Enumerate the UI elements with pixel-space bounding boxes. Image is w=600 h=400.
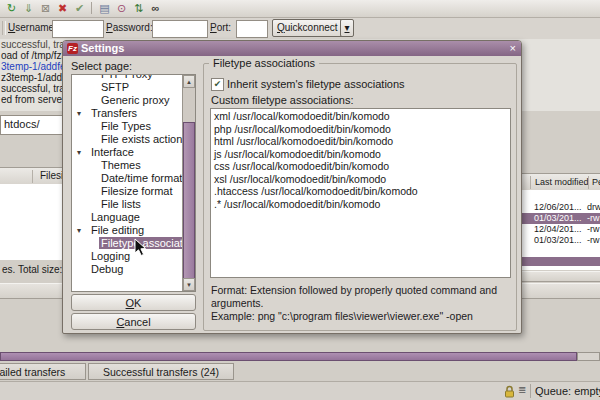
tree-item-sftp[interactable]: SFTP [99,81,131,94]
inherit-checkbox-label: Inherit system's filetype associations [227,78,405,90]
sync-browsing-icon[interactable]: ⇅ [131,1,146,15]
association-line: xsl /usr/local/komodoedit/bin/komodo [214,173,507,186]
tree-item-themes[interactable]: Themes [99,159,143,172]
association-line: .* /usr/local/komodoedit/bin/komodo [214,198,507,211]
toolbar-separator [91,2,92,14]
expander-arrow-icon[interactable]: ▾ [77,224,81,237]
custom-associations-textarea[interactable]: xml /usr/local/komodoedit/bin/komodo php… [210,108,511,278]
expander-arrow-icon[interactable]: ▾ [77,107,81,120]
main-toolbar: ↻ ⇓ ⊠ ✖ ✔ ▤ ⊙ ⇅ ∞ [0,0,600,18]
association-line: xml /usr/local/komodoedit/bin/komodo [214,110,507,123]
tree-item-file-types[interactable]: File Types [99,120,153,133]
mouse-cursor [134,238,147,259]
gripper [2,21,6,35]
tree-item-logging[interactable]: Logging [89,250,132,263]
settings-page-tree[interactable]: FTP Proxy SFTP Generic proxy ▾ Transfers… [71,74,196,292]
ok-button[interactable]: OK [71,294,196,311]
column-divider[interactable] [32,170,33,183]
tree-item-file-editing[interactable]: File editing [89,224,146,237]
cell-permissions: -rw [587,235,600,245]
cell-last-modified: 01/03/201... [534,213,582,223]
association-line: .htaccess /usr/local/komodoedit/bin/komo… [214,185,507,198]
filter-icon[interactable]: ▤ [97,1,112,15]
compare-icon[interactable]: ⊙ [114,1,129,15]
column-divider[interactable] [530,176,531,189]
association-line: html /usr/local/komodoedit/bin/komodo [214,135,507,148]
association-line: php /usr/local/komodoedit/bin/komodo [214,123,507,136]
dialog-title-bar[interactable]: Fz Settings × [63,41,521,56]
tree-scrollbar[interactable]: ▲ ▼ [182,75,195,291]
tree-scrollbar-thumb[interactable] [183,122,195,279]
find-icon[interactable]: ∞ [148,1,163,15]
cell-permissions: drw [587,202,600,212]
quickconnect-bar: Username: Password: Port: Quickconnect ▾ [0,18,600,40]
lock-icon [504,385,515,400]
tree-item-generic-proxy[interactable]: Generic proxy [99,94,171,107]
password-input[interactable] [152,20,208,38]
scroll-up-icon[interactable]: ▲ [183,75,195,88]
cell-permissions: -rw [587,224,600,234]
close-icon[interactable]: × [510,42,516,55]
queue-status-text: Queue: empty [535,385,600,397]
last-modified-column-header[interactable]: Last modified [535,177,589,187]
port-label: Port: [210,22,231,33]
disconnect-icon[interactable]: ✖ [55,1,70,15]
tree-item-interface[interactable]: Interface [89,146,136,159]
password-label: Password: [106,22,153,33]
filezilla-window: ↻ ⇓ ⊠ ✖ ✔ ▤ ⊙ ⇅ ∞ Username: Password: Po… [0,0,600,400]
tree-item-filesize-format[interactable]: Filesize format [99,185,175,198]
statusbar-divider [530,384,531,398]
horizontal-scrollbar-track[interactable] [577,352,600,361]
column-divider[interactable] [588,176,589,189]
expander-arrow-icon[interactable]: ▾ [77,146,81,159]
inherit-checkbox[interactable]: ✔ [211,78,224,91]
format-note: Format: Extension followed by properly q… [211,284,517,309]
cancel-button[interactable]: Cancel [71,313,196,330]
tab-successful-transfers[interactable]: Successful transfers (24) [88,363,234,380]
example-note: Example: png "c:\program files\viewer\vi… [211,310,517,323]
cancel-transfer-icon[interactable]: ⊠ [38,1,53,15]
tree-item-file-exists-action[interactable]: File exists action [99,133,184,146]
check-icon: ✔ [214,79,222,89]
reconnect-icon[interactable]: ✔ [72,1,87,15]
refresh-icon[interactable]: ↻ [4,1,19,15]
group-legend: Filetype associations [209,57,319,69]
scroll-down-icon[interactable]: ▼ [183,278,195,291]
filezilla-icon: Fz [67,43,78,54]
port-input[interactable] [236,20,268,38]
tree-item-transfers[interactable]: Transfers [89,107,139,120]
quickconnect-button[interactable]: Quickconnect [272,19,343,37]
quickconnect-dropdown-button[interactable]: ▾ [340,19,354,37]
tab-failed-transfers[interactable]: Failed transfers [0,363,86,380]
process-queue-icon[interactable]: ⇓ [21,1,36,15]
select-page-label: Select page: [71,60,132,72]
log-line: ed from server [1,94,65,105]
association-line: js /usr/local/komodoedit/bin/komodo [214,148,507,161]
permissions-column-header[interactable]: Permissions [592,177,600,187]
dialog-title: Settings [81,42,124,54]
association-line: css /usr/local/komodoedit/bin/komodo [214,160,507,173]
cell-last-modified: 01/03/201... [534,235,582,245]
cell-last-modified: 12/06/201... [534,202,582,212]
tree-item-language[interactable]: Language [89,211,142,224]
settings-dialog: Fz Settings × Select page: FTP Proxy SFT… [62,40,522,334]
tree-item-file-lists[interactable]: File lists [99,198,143,211]
horizontal-scrollbar-thumb[interactable] [0,352,577,361]
status-bar: ≣ Queue: empty [0,381,600,400]
cell-permissions: -rw [587,213,600,223]
cell-last-modified: 12/04/201... [534,224,582,234]
username-input[interactable] [52,20,104,38]
custom-associations-label: Custom filetype associations: [211,94,353,106]
tree-item-ftp-proxy[interactable]: FTP Proxy [99,74,155,81]
tree-item-datetime-format[interactable]: Date/time format [99,172,184,185]
chevron-down-icon: ▾ [344,22,349,33]
tree-item-debug[interactable]: Debug [89,263,125,276]
username-label: Username: [8,22,57,33]
speed-limits-icon[interactable]: ≣ [518,384,526,395]
